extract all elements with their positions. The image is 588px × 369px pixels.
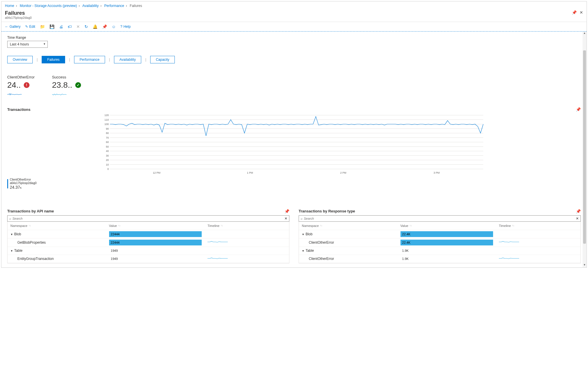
panel-title: Transactions by API name	[7, 209, 54, 213]
cell-value: 22444	[106, 238, 205, 247]
scroll-up-icon[interactable]: ▲	[583, 32, 587, 36]
svg-text:0: 0	[107, 168, 109, 170]
edit-button[interactable]: ✎Edit	[25, 25, 35, 29]
page-title: Failures	[5, 10, 32, 16]
feedback-icon[interactable]: ☺	[112, 24, 116, 29]
table-row[interactable]: ▼Blob22.4K	[299, 230, 580, 238]
content-area: Time Range Last 4 hours Overview | Failu…	[1, 32, 587, 267]
cell-timeline	[496, 249, 580, 252]
cell-namespace: ▼Blob	[299, 231, 398, 237]
tab-overview[interactable]: Overview	[7, 56, 33, 63]
pin-icon[interactable]: 📌	[102, 24, 107, 29]
svg-text:2 PM: 2 PM	[340, 171, 346, 174]
table-row[interactable]: ▼Table1.9K	[299, 247, 580, 255]
gallery-button[interactable]: ←Gallery	[5, 25, 21, 29]
table-row[interactable]: ClientOtherError1.9K	[299, 255, 580, 263]
cell-value: 1949	[106, 247, 205, 254]
col-header-value[interactable]: Value↑↓	[398, 223, 496, 229]
table-row[interactable]: ▼Blob22444	[8, 230, 289, 238]
breadcrumb-current: Failures	[130, 4, 142, 8]
table-row[interactable]: GetBlobProperties22444	[8, 238, 289, 247]
cell-namespace: GetBlobProperties	[8, 239, 106, 246]
page-subtitle: a64s175plosp2diag0	[5, 16, 32, 19]
breadcrumb-link-home[interactable]: Home	[5, 4, 14, 8]
cell-namespace: ClientOtherError	[299, 239, 398, 246]
expand-toggle-icon[interactable]: ▼	[302, 249, 304, 252]
panel-transactions-by-api: Transactions by API name 📌 ⌕ ✕ Namespace…	[7, 199, 289, 263]
time-range-select[interactable]: Last 4 hours	[7, 41, 48, 48]
open-folder-icon[interactable]: 📁	[40, 24, 45, 29]
transactions-chart[interactable]: 010203040506070809010011012012 PM1 PM2 P…	[7, 114, 581, 176]
sort-icon: ↑↓	[29, 224, 31, 227]
chart-legend: ClientOtherError a64s175plosp2diag0 24.3…	[7, 178, 581, 190]
scroll-down-icon[interactable]: ▼	[583, 263, 587, 267]
search-input[interactable]	[304, 217, 576, 220]
help-button[interactable]: ?Help	[120, 25, 131, 29]
col-header-namespace[interactable]: Namespace↑↓	[8, 223, 106, 229]
sort-icon: ↑↓	[118, 224, 120, 227]
svg-text:110: 110	[104, 118, 109, 121]
cell-timeline	[205, 233, 289, 235]
cell-namespace: ▼Table	[8, 247, 106, 254]
cell-timeline	[205, 256, 289, 262]
scrollbar[interactable]: ▲ ▼	[583, 32, 587, 267]
discard-icon[interactable]: ✕	[76, 24, 80, 29]
search-box[interactable]: ⌕ ✕	[299, 215, 581, 222]
cell-timeline	[496, 256, 580, 262]
view-tabs: Overview | Failures | Performance | Avai…	[7, 56, 581, 63]
pin-icon[interactable]: 📌	[576, 209, 581, 214]
tab-performance[interactable]: Performance	[74, 56, 105, 63]
stat-card-clientothererror: ClientOtherError 24.. !	[7, 75, 35, 97]
tab-availability[interactable]: Availability	[114, 56, 141, 63]
breadcrumb-link-performance[interactable]: Performance	[104, 4, 124, 8]
table: Namespace↑↓ Value↑↓ Timeline↑↓ ▼Blob2244…	[7, 222, 289, 263]
table-row[interactable]: ClientOtherError22.4K	[299, 238, 580, 247]
breadcrumb-link-availability[interactable]: Availability	[82, 4, 98, 8]
search-icon: ⌕	[301, 217, 303, 220]
save-icon[interactable]: 💾	[49, 24, 54, 29]
expand-toggle-icon[interactable]: ▼	[302, 233, 304, 236]
pencil-icon: ✎	[25, 25, 28, 29]
pin-icon[interactable]: 📌	[284, 209, 289, 214]
col-header-timeline[interactable]: Timeline↑↓	[496, 223, 580, 229]
svg-text:10: 10	[106, 163, 109, 166]
col-header-value[interactable]: Value↑↓	[106, 223, 205, 229]
sparkline	[7, 92, 22, 97]
search-input[interactable]	[12, 217, 284, 220]
search-icon: ⌕	[9, 217, 11, 220]
save-as-icon[interactable]: 🖨	[59, 24, 63, 29]
col-header-timeline[interactable]: Timeline↑↓	[205, 223, 289, 229]
back-arrow-icon: ←	[5, 25, 8, 29]
cell-value: 22444	[106, 230, 205, 238]
search-box[interactable]: ⌕ ✕	[7, 215, 289, 222]
pin-icon[interactable]: 📌	[576, 107, 581, 112]
close-icon[interactable]: ✕	[580, 10, 583, 15]
cell-value: 1.9K	[398, 247, 496, 254]
svg-text:90: 90	[106, 127, 109, 130]
cell-value: 22.4K	[398, 230, 496, 238]
cell-value: 1949	[106, 255, 205, 262]
refresh-icon[interactable]: ↻	[84, 24, 88, 29]
expand-toggle-icon[interactable]: ▼	[10, 233, 13, 236]
breadcrumb-link-monitor[interactable]: Monitor - Storage Accounts (preview)	[20, 4, 77, 8]
transactions-section-title: Transactions	[7, 107, 30, 112]
legend-sub: a64s175plosp2diag0	[10, 181, 36, 185]
tag-icon[interactable]: 🏷	[68, 24, 72, 29]
table-row[interactable]: ▼Table1949	[8, 247, 289, 255]
svg-text:1 PM: 1 PM	[247, 171, 253, 174]
clear-icon[interactable]: ✕	[284, 216, 287, 221]
pin-icon[interactable]: 📌	[572, 10, 577, 15]
cell-value: 1.9K	[398, 255, 496, 262]
clear-icon[interactable]: ✕	[576, 216, 579, 221]
svg-text:30: 30	[106, 154, 109, 157]
cell-namespace: ▼Blob	[8, 231, 106, 237]
tab-capacity[interactable]: Capacity	[150, 56, 175, 63]
expand-toggle-icon[interactable]: ▼	[10, 249, 13, 252]
col-header-namespace[interactable]: Namespace↑↓	[299, 223, 398, 229]
scrollbar-thumb[interactable]	[583, 50, 586, 244]
tab-failures[interactable]: Failures	[42, 56, 65, 63]
table-row[interactable]: EntityGroupTransaction1949	[8, 255, 289, 263]
svg-text:12 PM: 12 PM	[153, 171, 160, 174]
cell-timeline	[205, 239, 289, 246]
alert-icon[interactable]: 🔔	[93, 24, 98, 29]
